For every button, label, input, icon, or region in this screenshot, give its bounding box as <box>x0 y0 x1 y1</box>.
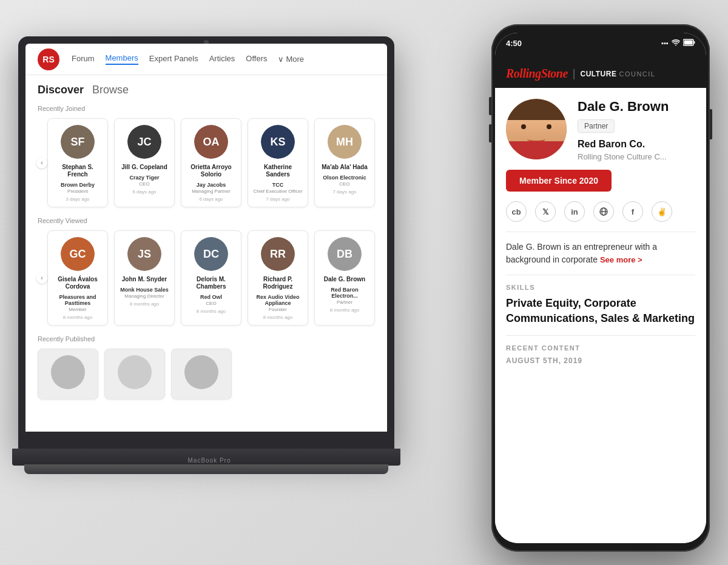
linkedin-icon[interactable]: in <box>564 201 585 222</box>
nav-expert-panels[interactable]: Expert Panels <box>149 54 198 64</box>
member-role-jill: CEO <box>118 181 170 187</box>
phone-app-content: RollingStone | CULTURE COUNCIL <box>495 61 706 543</box>
tab-browse[interactable]: Browse <box>92 84 129 96</box>
face-shirt <box>506 141 567 159</box>
member-name-gisela: Gisela Ávalos Cordova <box>52 276 104 290</box>
member-name-maab: Ma'ab Ala' Hada <box>318 164 371 171</box>
recently-published-members <box>38 349 375 400</box>
profile-org: Rolling Stone Culture C... <box>578 152 695 162</box>
avatar-circle-gc: GC <box>61 237 95 271</box>
member-time-deloris: 8 months ago <box>185 309 237 314</box>
app-header: RS Forum Members Expert Panels Articles … <box>25 44 387 75</box>
profile-badge: Partner <box>578 119 615 133</box>
phone-brand-header: RollingStone | CULTURE COUNCIL <box>495 61 706 88</box>
avatar-circle-oa: OA <box>194 125 228 159</box>
recently-viewed-row-wrapper: ‹ GC Gisela Ávalos Cordova Pleasures and… <box>38 230 375 326</box>
member-role-maab: CEO <box>318 181 371 187</box>
recently-viewed-section: Recently Viewed ‹ GC Gisela Ávalos Cordo… <box>38 217 375 326</box>
signal-icon: ▪▪▪ <box>661 39 669 47</box>
crunchbase-icon[interactable]: cb <box>506 201 527 222</box>
member-since-btn[interactable]: Member Since 2020 <box>506 170 612 192</box>
avatar-circle-sf: SF <box>61 125 95 159</box>
pub-placeholder-2 <box>104 349 165 400</box>
member-company-gisela: Pleasures and Pasttimes <box>52 294 104 306</box>
phone-body: 4:50 ▪▪▪ <box>491 24 710 552</box>
laptop-brand-label: MacBook Pro <box>187 457 231 464</box>
culture-text: CULTURE <box>581 70 617 78</box>
pub-placeholder-3 <box>171 349 232 400</box>
phone-profile: Dale G. Brown Partner Red Baron Co. Roll… <box>495 88 706 373</box>
chevron-down-icon: ∨ <box>278 55 284 64</box>
phone-status-bar: 4:50 ▪▪▪ <box>495 33 706 61</box>
profile-top: Dale G. Brown Partner Red Baron Co. Roll… <box>506 99 695 162</box>
recently-joined-label: Recently Joined <box>38 105 375 112</box>
member-avatar-stephan: SF <box>61 125 95 159</box>
avatar-circle-jc: JC <box>127 125 161 159</box>
member-avatar-richard: RR <box>261 237 295 271</box>
member-avatar-katherine: KS <box>261 125 295 159</box>
member-avatar-john: JS <box>127 237 161 271</box>
phone-power-button <box>710 109 712 139</box>
prev-arrow-recently-joined[interactable]: ‹ <box>36 158 47 169</box>
recent-content-section: RECENT CONTENT AUGUST 5TH, 2019 <box>506 344 695 373</box>
nav-offers[interactable]: Offers <box>246 54 267 64</box>
nav-members[interactable]: Members <box>106 53 138 65</box>
phone-notch <box>564 33 637 50</box>
twitter-icon[interactable]: 𝕏 <box>535 201 556 222</box>
member-card-maab[interactable]: MH Ma'ab Ala' Hada Olson Electronic CEO … <box>314 118 375 207</box>
member-company-jill: Crazy Tiger <box>118 175 170 181</box>
member-avatar-deloris: DC <box>194 237 228 271</box>
member-role-stephan: President <box>52 189 104 194</box>
member-avatar-orietta: OA <box>194 125 228 159</box>
member-company-deloris: Red Owl <box>185 294 237 300</box>
phone-volume-up <box>489 97 491 115</box>
member-name-dale-laptop: Dale G. Brown <box>318 276 371 283</box>
nav-more[interactable]: ∨ More <box>278 55 304 64</box>
facebook-icon[interactable]: f <box>622 201 643 222</box>
member-card-jill[interactable]: JC Jill G. Copeland Crazy Tiger CEO 6 da… <box>114 118 175 207</box>
nav-forum[interactable]: Forum <box>72 54 95 64</box>
skills-label: SKILLS <box>506 284 695 291</box>
tab-discover[interactable]: Discover <box>38 84 84 96</box>
member-card-john[interactable]: JS John M. Snyder Monk House Sales Manag… <box>114 230 175 326</box>
face-eyes <box>521 124 551 129</box>
member-avatar-maab: MH <box>328 125 362 159</box>
member-avatar-dale-laptop: DB <box>328 237 362 271</box>
face-eye-right <box>547 124 551 129</box>
member-time-dale-laptop: 8 months ago <box>318 307 371 313</box>
app-nav: Forum Members Expert Panels Articles Off… <box>72 53 304 65</box>
member-name-stephan: Stephan S. French <box>52 164 104 178</box>
website-icon[interactable] <box>593 201 614 222</box>
peace-icon[interactable]: ✌ <box>652 201 672 222</box>
member-role-deloris: CEO <box>185 301 237 306</box>
member-card-dale-laptop[interactable]: DB Dale G. Brown Red Baron Electron... P… <box>314 230 375 326</box>
svg-rect-1 <box>694 41 695 44</box>
battery-icon <box>683 39 695 47</box>
profile-name: Dale G. Brown <box>578 99 695 115</box>
member-card-orietta[interactable]: OA Orietta Arroyo Solorio Jay Jacobs Man… <box>181 118 241 207</box>
avatar-circle-ks: KS <box>261 125 295 159</box>
recently-joined-members: SF Stephan S. French Brown Derby Preside… <box>47 118 375 207</box>
member-card-gisela[interactable]: GC Gisela Ávalos Cordova Pleasures and P… <box>47 230 108 326</box>
prev-arrow-recently-viewed[interactable]: ‹ <box>36 273 47 284</box>
member-name-katherine: Katherine Sanders <box>252 164 304 178</box>
member-time-john: 8 months ago <box>118 301 170 307</box>
member-company-stephan: Brown Derby <box>52 182 104 188</box>
avatar-circle-dc: DC <box>194 237 228 271</box>
member-role-katherine: Chief Executive Officer <box>252 189 304 194</box>
recently-viewed-members: GC Gisela Ávalos Cordova Pleasures and P… <box>47 230 375 326</box>
member-time-richard: 8 months ago <box>252 315 304 320</box>
member-role-gisela: Member <box>52 307 104 312</box>
profile-company: Red Baron Co. <box>578 139 695 150</box>
member-card-stephan[interactable]: SF Stephan S. French Brown Derby Preside… <box>47 118 108 207</box>
member-card-deloris[interactable]: DC Deloris M. Chambers Red Owl CEO 8 mon… <box>181 230 241 326</box>
pub-placeholder-1 <box>38 349 98 400</box>
wifi-icon <box>672 39 680 47</box>
profile-avatar <box>506 99 567 159</box>
nav-articles[interactable]: Articles <box>209 54 235 64</box>
discover-browse-tabs: Discover Browse <box>38 84 375 96</box>
face-eye-left <box>521 124 526 129</box>
see-more-link[interactable]: See more > <box>600 255 642 264</box>
member-card-katherine[interactable]: KS Katherine Sanders TCC Chief Executive… <box>248 118 308 207</box>
member-card-richard[interactable]: RR Richard P. Rodriguez Rex Audio Video … <box>248 230 308 326</box>
